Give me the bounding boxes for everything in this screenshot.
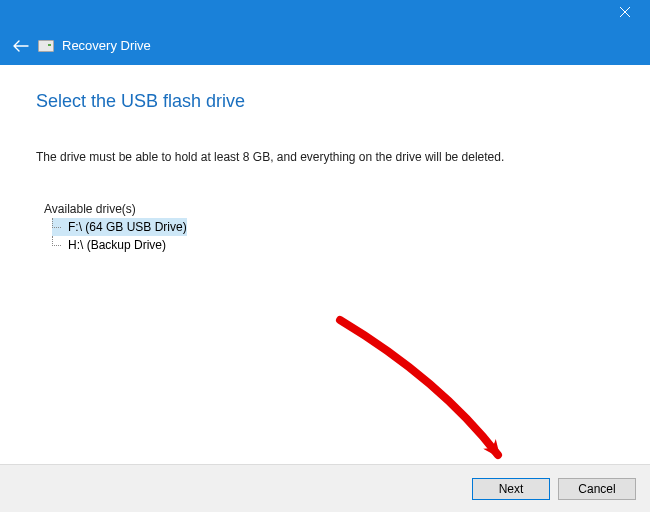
close-icon: [619, 6, 631, 18]
close-button[interactable]: [610, 4, 640, 24]
instruction-text: The drive must be able to hold at least …: [36, 150, 614, 164]
annotation-arrow-icon: [320, 310, 540, 470]
footer-bar: Next Cancel: [0, 464, 650, 512]
drive-tree: F:\ (64 GB USB Drive) H:\ (Backup Drive): [52, 218, 614, 254]
back-arrow-icon: [12, 39, 30, 53]
back-button[interactable]: [12, 39, 30, 53]
window-title: Recovery Drive: [62, 38, 151, 53]
drive-option-h[interactable]: H:\ (Backup Drive): [52, 236, 166, 254]
next-button[interactable]: Next: [472, 478, 550, 500]
drive-option-f[interactable]: F:\ (64 GB USB Drive): [52, 218, 187, 236]
page-heading: Select the USB flash drive: [36, 91, 614, 112]
drive-option-label: F:\ (64 GB USB Drive): [68, 220, 187, 234]
content-area: Select the USB flash drive The drive mus…: [0, 65, 650, 254]
drive-icon: [38, 40, 54, 52]
available-drives-label: Available drive(s): [44, 202, 614, 216]
drive-option-label: H:\ (Backup Drive): [68, 238, 166, 252]
titlebar: Recovery Drive: [0, 0, 650, 65]
cancel-button[interactable]: Cancel: [558, 478, 636, 500]
